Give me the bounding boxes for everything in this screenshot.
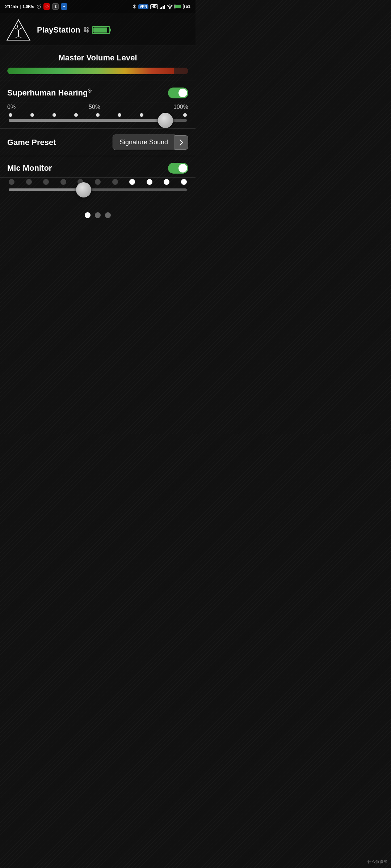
battery-icon — [175, 4, 184, 9]
mic-slider-fill — [9, 188, 84, 191]
page-indicators — [0, 198, 196, 225]
bluetooth-icon — [132, 4, 136, 9]
mic-dot-9 — [147, 179, 152, 185]
app-logo — [6, 17, 31, 43]
link-icon: ⛓ — [83, 27, 89, 33]
slider-label-50: 50% — [89, 104, 100, 110]
preset-selector: Signature Sound — [113, 135, 188, 150]
status-bar: 21:55 | 1.0K/s 小 Σ ✦ VPN HD — [0, 0, 196, 13]
dot-6 — [118, 113, 121, 117]
mic-toggle-knob — [178, 164, 187, 173]
master-volume-title: Master Volume Level — [7, 53, 188, 63]
toggle-knob — [178, 89, 187, 97]
app-icon-1: 小 — [43, 3, 50, 10]
slider-thumb[interactable] — [158, 113, 173, 128]
mic-dot-7 — [112, 179, 118, 185]
mic-dot-1 — [9, 179, 14, 185]
superhuman-hearing-section: Superhuman Hearing® 0% 50% 100% — [0, 81, 196, 129]
preset-value-button[interactable]: Signature Sound — [113, 135, 175, 150]
status-speed: | 1.0K/s — [20, 4, 34, 9]
slider-labels: 0% 50% 100% — [7, 102, 188, 113]
alarm-icon — [36, 4, 41, 9]
mic-dot-10 — [164, 179, 169, 185]
signal-icon — [160, 4, 165, 9]
mic-dot-8 — [129, 179, 135, 185]
superhuman-hearing-row: Superhuman Hearing® — [0, 81, 196, 102]
superhuman-hearing-toggle[interactable] — [168, 88, 188, 98]
mic-dot-4 — [60, 179, 66, 185]
mic-monitor-label: Mic Monitor — [7, 163, 52, 173]
status-time: 21:55 — [5, 4, 18, 9]
mic-monitor-slider-section — [0, 178, 196, 198]
dot-9 — [183, 113, 187, 117]
chevron-right-icon — [179, 139, 184, 146]
mic-monitor-toggle[interactable] — [168, 163, 188, 174]
volume-bar[interactable] — [7, 68, 188, 74]
svg-line-4 — [40, 5, 41, 5]
game-preset-label: Game Preset — [7, 138, 56, 147]
main-content: Master Volume Level Superhuman Hearing® … — [0, 46, 196, 198]
device-info: PlayStation ⛓ — [37, 25, 110, 35]
battery-percent: 61 — [186, 4, 190, 9]
app-icon-2: Σ — [52, 3, 59, 10]
dot-3 — [52, 113, 56, 117]
volume-bar-bg — [7, 68, 188, 74]
vpn-badge: VPN — [138, 4, 149, 9]
mic-slider-track[interactable] — [9, 188, 187, 191]
slider-fill — [9, 119, 165, 122]
app-icon-3: ✦ — [61, 3, 67, 10]
dot-5 — [96, 113, 100, 117]
slider-label-0: 0% — [7, 104, 16, 110]
volume-bar-overlay — [174, 68, 188, 74]
master-volume-section: Master Volume Level — [0, 46, 196, 81]
mic-slider-thumb[interactable] — [76, 182, 91, 197]
page-dot-2[interactable] — [95, 212, 101, 218]
slider-label-100: 100% — [173, 104, 188, 110]
dot-2 — [30, 113, 34, 117]
mic-monitor-row: Mic Monitor — [0, 156, 196, 178]
mic-dot-3 — [43, 179, 49, 185]
svg-line-2 — [39, 7, 39, 7]
superhuman-hearing-slider-section: 0% 50% 100% — [0, 102, 196, 129]
svg-point-5 — [169, 8, 170, 9]
mic-monitor-section: Mic Monitor — [0, 156, 196, 198]
superhuman-slider-track[interactable] — [9, 119, 187, 122]
superhuman-hearing-label: Superhuman Hearing® — [7, 88, 92, 98]
svg-line-3 — [37, 5, 37, 5]
app-header: PlayStation ⛓ — [0, 13, 196, 46]
mic-dots — [7, 178, 188, 187]
mic-dot-11 — [181, 179, 187, 185]
preset-next-button[interactable] — [175, 135, 188, 150]
dot-1 — [9, 113, 12, 117]
game-preset-section: Game Preset Signature Sound — [0, 129, 196, 156]
status-left: 21:55 | 1.0K/s 小 Σ ✦ — [5, 3, 67, 10]
dot-7 — [140, 113, 143, 117]
page-dot-1[interactable] — [85, 212, 91, 218]
wifi-icon — [167, 4, 173, 9]
status-right: VPN HD 61 — [132, 4, 190, 9]
device-battery — [92, 26, 110, 34]
mic-dot-6 — [95, 179, 101, 185]
page-dot-3[interactable] — [105, 212, 111, 218]
dot-4 — [74, 113, 78, 117]
hd-badge: HD — [150, 4, 157, 9]
mic-dot-2 — [26, 179, 32, 185]
device-name: PlayStation ⛓ — [37, 25, 110, 35]
